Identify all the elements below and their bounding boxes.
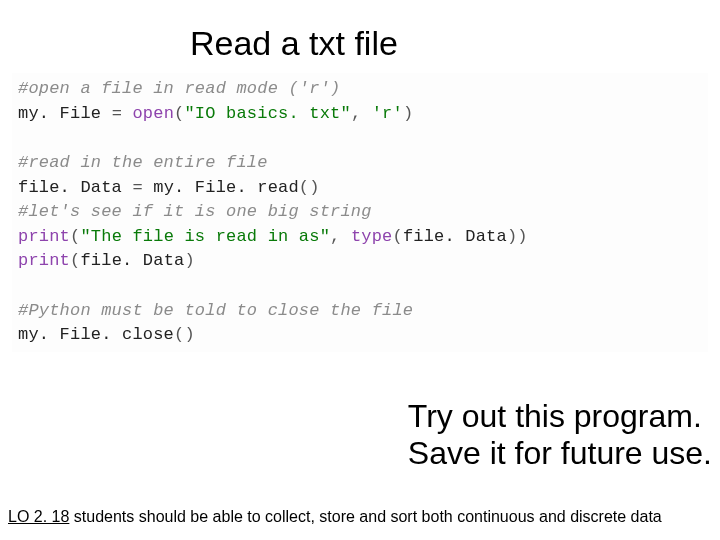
code-comment: #read in the entire file	[18, 153, 268, 172]
code-paren: ()	[174, 325, 195, 344]
code-func-print: print	[18, 227, 70, 246]
code-ident: my. File	[18, 104, 112, 123]
code-op: =	[112, 104, 133, 123]
code-string: "The file is read in as"	[80, 227, 330, 246]
code-ident: my. File. close	[18, 325, 174, 344]
code-ident: file. Data	[80, 251, 184, 270]
code-paren: )	[184, 251, 194, 270]
code-func-open: open	[132, 104, 174, 123]
footer-text: LO 2. 18 students should be able to coll…	[8, 507, 712, 526]
code-ident: my. File. read	[153, 178, 299, 197]
code-paren: ))	[507, 227, 528, 246]
code-block: #open a file in read mode ('r') my. File…	[12, 73, 708, 352]
code-comment: #let's see if it is one big string	[18, 202, 372, 221]
footer-lo: LO 2. 18	[8, 508, 69, 525]
callout-line: Save it for future use.	[408, 435, 712, 472]
code-comma: ,	[351, 104, 372, 123]
code-func-print: print	[18, 251, 70, 270]
code-paren: )	[403, 104, 413, 123]
code-ident: file. Data	[403, 227, 507, 246]
code-string: "IO basics. txt"	[184, 104, 350, 123]
code-ident: file. Data	[18, 178, 132, 197]
code-op: =	[132, 178, 153, 197]
code-func-type: type	[351, 227, 393, 246]
code-paren: (	[70, 251, 80, 270]
callout-text: Try out this program. Save it for future…	[408, 398, 712, 472]
code-paren: (	[70, 227, 80, 246]
code-paren: ()	[299, 178, 320, 197]
page-title: Read a txt file	[0, 0, 720, 73]
callout-line: Try out this program.	[408, 398, 712, 435]
footer-rest: students should be able to collect, stor…	[69, 508, 661, 525]
code-paren: (	[392, 227, 402, 246]
code-paren: (	[174, 104, 184, 123]
code-comma: ,	[330, 227, 351, 246]
code-comment: #Python must be told to close the file	[18, 301, 413, 320]
code-comment: #open a file in read mode ('r')	[18, 79, 340, 98]
code-string: 'r'	[372, 104, 403, 123]
